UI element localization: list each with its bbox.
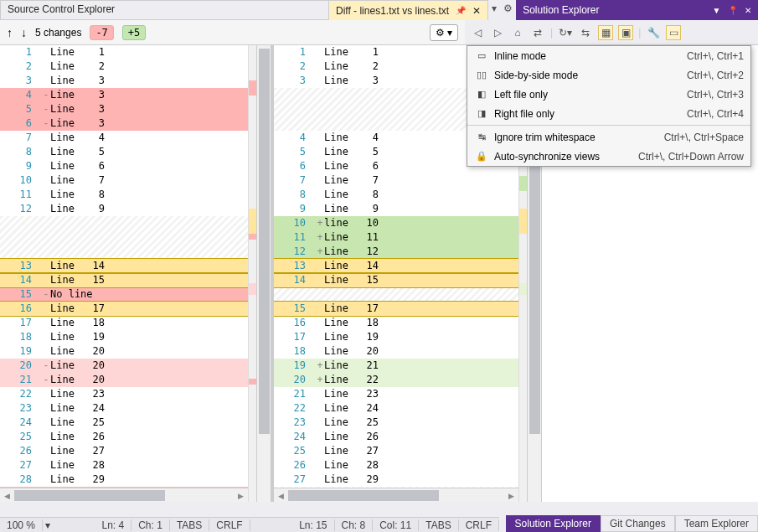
scroll-thumb[interactable] [259, 49, 270, 434]
code-line[interactable]: 13 Line 14 [0, 259, 248, 273]
solution-explorer-title[interactable]: Solution Explorer ▼ 📍 ✕ [516, 0, 758, 20]
code-line[interactable]: 19+Line 21 [274, 359, 518, 373]
code-line[interactable]: 11+Line 11 [274, 230, 518, 245]
code-line[interactable] [0, 245, 248, 259]
left-overview-ruler[interactable] [248, 45, 256, 502]
code-line[interactable]: 5-Line 3 [0, 102, 248, 116]
code-line[interactable]: 17 Line 18 [0, 316, 248, 330]
pin-icon[interactable]: 📌 [456, 6, 466, 15]
menu-item[interactable]: 🔒Auto-synchronize viewsCtrl+\, Ctrl+Down… [467, 147, 750, 166]
code-line[interactable]: 26 Line 28 [274, 458, 518, 473]
code-line[interactable]: 23 Line 24 [0, 401, 248, 416]
menu-item[interactable]: ◧Left file onlyCtrl+\, Ctrl+3 [467, 85, 750, 104]
back-icon[interactable]: ◁ [470, 25, 485, 40]
dropdown-icon[interactable]: ▼ [712, 6, 720, 15]
close-icon[interactable]: ✕ [472, 5, 481, 17]
code-line[interactable]: 24 Line 26 [274, 430, 518, 444]
code-line[interactable]: 10+line 10 [274, 216, 518, 230]
show-all-files-icon[interactable]: ▦ [598, 25, 613, 40]
code-line[interactable]: 14 Line 15 [274, 273, 518, 287]
bottom-tab-solution-explorer[interactable]: Solution Explorer [506, 515, 601, 532]
code-line[interactable]: 6-Line 3 [0, 116, 248, 131]
code-line[interactable]: 26 Line 27 [0, 444, 248, 458]
code-line[interactable]: 18 Line 20 [274, 344, 518, 359]
code-line[interactable]: 27 Line 29 [274, 473, 518, 487]
code-line[interactable]: 19 Line 20 [0, 344, 248, 359]
code-line[interactable]: 11 Line 8 [0, 188, 248, 202]
switch-views-icon[interactable]: ⇄ [530, 25, 545, 40]
diff-settings-button[interactable]: ⚙ ▾ [430, 24, 458, 41]
zoom-level[interactable]: 100 % [0, 519, 43, 531]
next-change-button[interactable]: ↓ [21, 26, 27, 39]
code-line[interactable]: 7 Line 4 [0, 131, 248, 145]
menu-item[interactable]: ▯▯Side-by-side modeCtrl+\, Ctrl+2 [467, 65, 750, 85]
line-ending[interactable]: CRLF [209, 519, 250, 531]
code-line[interactable]: 12 Line 9 [0, 202, 248, 216]
code-line[interactable]: 25 Line 27 [274, 444, 518, 458]
forward-icon[interactable]: ▷ [490, 25, 505, 40]
code-line[interactable]: 22 Line 23 [0, 387, 248, 401]
prev-change-button[interactable]: ↑ [7, 26, 13, 39]
code-line[interactable]: 22 Line 24 [274, 401, 518, 416]
menu-item[interactable]: ◨Right file onlyCtrl+\, Ctrl+4 [467, 104, 750, 123]
overflow-icon[interactable]: ▾ [488, 0, 500, 20]
code-line[interactable]: 28 Line 29 [0, 473, 248, 487]
code-line[interactable]: 13 Line 14 [274, 259, 518, 273]
code-line[interactable]: 20-Line 20 [0, 359, 248, 373]
code-line[interactable] [274, 287, 518, 302]
code-line[interactable]: 15 Line 17 [274, 302, 518, 316]
refresh-icon[interactable]: ↻▾ [558, 25, 573, 40]
code-line[interactable]: 7 Line 7 [274, 173, 518, 188]
gear-icon[interactable]: ⚙ [500, 0, 516, 20]
code-line[interactable]: 9 Line 9 [274, 202, 518, 216]
code-line[interactable]: 23 Line 25 [274, 416, 518, 430]
code-line[interactable]: 10 Line 7 [0, 173, 248, 188]
tab-source-control-explorer[interactable]: Source Control Explorer [0, 0, 329, 20]
code-line[interactable]: 1 Line 1 [0, 45, 248, 59]
indent-mode[interactable]: TABS [170, 519, 209, 531]
line-ending-r[interactable]: CRLF [459, 519, 499, 531]
scroll-left-icon[interactable]: ◀ [274, 488, 288, 503]
code-line[interactable] [0, 216, 248, 230]
bottom-tab-team-explorer[interactable]: Team Explorer [675, 515, 758, 532]
code-line[interactable]: 21 Line 23 [274, 387, 518, 401]
scroll-left-icon[interactable]: ◀ [0, 488, 14, 503]
right-h-scrollbar[interactable]: ◀ ▶ [274, 488, 518, 502]
left-v-scrollbar[interactable] [256, 45, 271, 502]
pin-panel-icon[interactable]: 📍 [728, 6, 738, 15]
code-line[interactable]: 17 Line 19 [274, 330, 518, 344]
code-line[interactable]: 2 Line 2 [0, 59, 248, 74]
scroll-thumb[interactable] [288, 490, 439, 501]
close-panel-icon[interactable]: ✕ [745, 6, 751, 15]
code-line[interactable]: 9 Line 6 [0, 159, 248, 173]
scroll-right-icon[interactable]: ▶ [504, 488, 518, 503]
menu-item[interactable]: ↹Ignore trim whitespaceCtrl+\, Ctrl+Spac… [467, 127, 750, 147]
menu-item[interactable]: ▭Inline modeCtrl+\, Ctrl+1 [467, 46, 750, 65]
code-line[interactable]: 3 Line 3 [0, 74, 248, 88]
indent-mode-r[interactable]: TABS [419, 519, 458, 531]
code-line[interactable]: 14 Line 15 [0, 273, 248, 287]
preview-icon[interactable]: ▭ [666, 25, 681, 40]
code-line[interactable]: 21-Line 20 [0, 373, 248, 387]
code-line[interactable]: 25 Line 26 [0, 430, 248, 444]
properties-icon[interactable]: 🔧 [646, 25, 661, 40]
collapse-all-icon[interactable]: ▣ [618, 25, 633, 40]
code-line[interactable]: 16 Line 18 [274, 316, 518, 330]
code-line[interactable]: 27 Line 28 [0, 458, 248, 473]
zoom-dropdown-icon[interactable]: ▾ [43, 519, 53, 531]
code-line[interactable]: 24 Line 25 [0, 416, 248, 430]
code-line[interactable]: 20+Line 22 [274, 373, 518, 387]
code-line[interactable]: 12+Line 12 [274, 245, 518, 259]
code-line[interactable]: 8 Line 8 [274, 188, 518, 202]
code-line[interactable]: 4-Line 3 [0, 88, 248, 102]
sync-icon[interactable]: ⇆ [578, 25, 593, 40]
tab-diff-active[interactable]: Diff - lines1.txt vs lines.txt 📌 ✕ [329, 0, 488, 20]
code-line[interactable]: 15-No line [0, 287, 248, 302]
code-line[interactable] [0, 230, 248, 245]
code-line[interactable]: 8 Line 5 [0, 145, 248, 159]
code-line[interactable]: 16 Line 17 [0, 302, 248, 316]
code-line[interactable]: 18 Line 19 [0, 330, 248, 344]
scroll-thumb[interactable] [14, 490, 165, 501]
scroll-right-icon[interactable]: ▶ [234, 488, 248, 503]
bottom-tab-git-changes[interactable]: Git Changes [601, 515, 675, 532]
